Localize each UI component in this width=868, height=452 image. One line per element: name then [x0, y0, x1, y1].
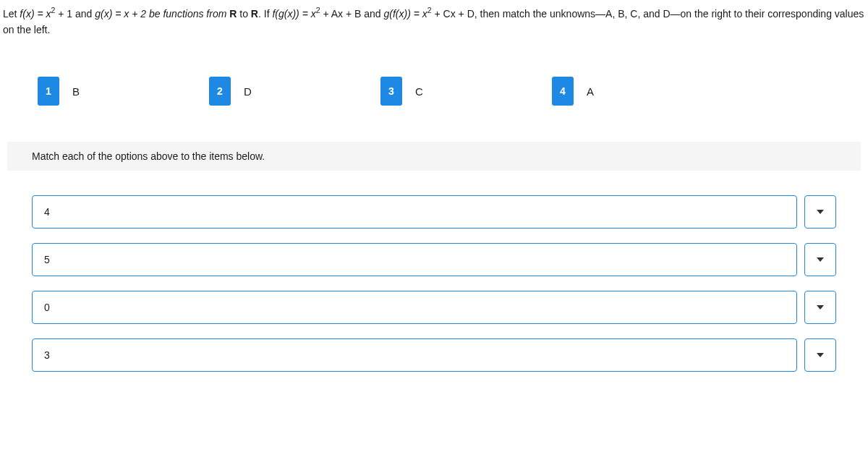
- option-letter-4: A: [587, 85, 594, 98]
- caret-down-icon: [817, 305, 824, 310]
- item-box-3: 0: [32, 291, 797, 324]
- options-row: 1 B 2 D 3 C 4 A: [38, 77, 868, 106]
- item-row-2: 5: [32, 243, 836, 276]
- option-1[interactable]: 1 B: [38, 77, 209, 106]
- option-number-3: 3: [380, 77, 402, 106]
- option-number-4: 4: [552, 77, 574, 106]
- item-box-1: 4: [32, 195, 797, 229]
- item-row-1: 4: [32, 195, 836, 229]
- option-letter-1: B: [72, 85, 80, 98]
- dropdown-1[interactable]: [804, 195, 836, 229]
- option-number-1: 1: [38, 77, 59, 106]
- items-list: 4 5 0 3: [32, 195, 836, 372]
- dropdown-2[interactable]: [804, 243, 836, 276]
- caret-down-icon: [817, 210, 824, 214]
- dropdown-3[interactable]: [804, 291, 836, 324]
- dropdown-4[interactable]: [804, 338, 836, 372]
- item-box-2: 5: [32, 243, 797, 276]
- caret-down-icon: [817, 257, 824, 262]
- option-number-2: 2: [209, 77, 231, 106]
- item-row-3: 0: [32, 291, 836, 324]
- match-instruction: Match each of the options above to the i…: [7, 142, 861, 171]
- option-3[interactable]: 3 C: [380, 77, 552, 106]
- caret-down-icon: [817, 353, 824, 357]
- option-2[interactable]: 2 D: [209, 77, 380, 106]
- option-4[interactable]: 4 A: [552, 77, 723, 106]
- match-section: Match each of the options above to the i…: [0, 142, 868, 372]
- option-letter-3: C: [415, 85, 423, 98]
- item-row-4: 3: [32, 338, 836, 372]
- item-box-4: 3: [32, 338, 797, 372]
- option-letter-2: D: [244, 85, 252, 98]
- question-text: Let f(x) = x2 + 1 and g(x) = x + 2 be fu…: [0, 0, 868, 38]
